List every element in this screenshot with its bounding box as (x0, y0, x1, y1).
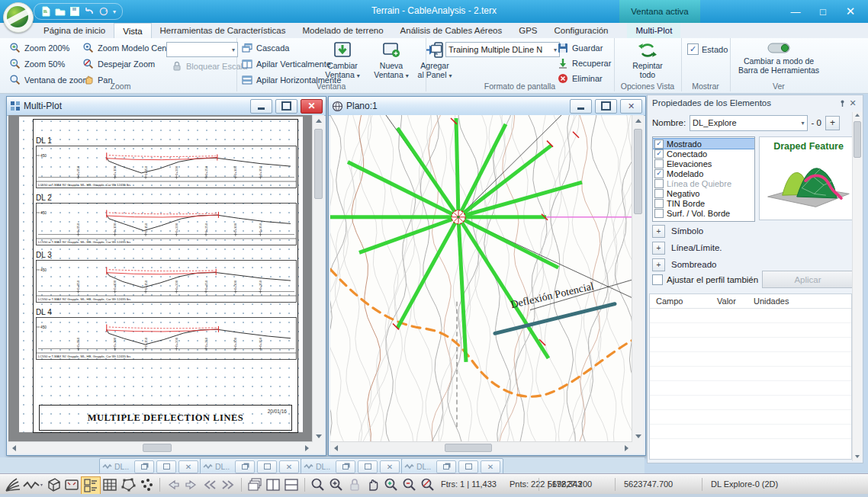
multiplot-view-icon[interactable] (81, 476, 101, 495)
expander-simbolo[interactable]: + Símbolo (652, 223, 855, 239)
restore-icon[interactable] (134, 460, 154, 473)
first-feature-icon[interactable] (201, 476, 219, 493)
minimized-window-dl4[interactable]: DL.. ✕ (401, 458, 503, 475)
zoom-in-tool-icon[interactable] (382, 476, 400, 493)
minimized-window-dl2[interactable]: DL.. ✕ (200, 458, 302, 475)
close-icon[interactable]: ✕ (380, 460, 400, 473)
zoom-lock-tool-icon[interactable] (346, 476, 364, 493)
tab-gps[interactable]: GPS (510, 23, 545, 38)
apply-button[interactable]: Aplicar (762, 271, 854, 288)
restore-icon[interactable] (235, 460, 255, 473)
format-recall-button[interactable]: Recuperar (555, 56, 612, 70)
scroll-up-icon[interactable] (853, 111, 862, 120)
scroll-down-icon[interactable] (853, 452, 862, 461)
zoom-200-button[interactable]: + Zoom 200% (8, 41, 92, 55)
format-save-button[interactable]: Guardar (555, 41, 612, 55)
plano-close-button[interactable]: ✕ (620, 99, 642, 114)
app-minimize-button[interactable]: — (783, 3, 809, 20)
scroll-right-icon[interactable] (301, 442, 313, 454)
tab-herramientas[interactable]: Herramientas de Características (152, 23, 294, 38)
restore-icon[interactable] (336, 460, 355, 473)
zoom-50-button[interactable]: - Zoom 50% (8, 57, 92, 71)
scroll-up-icon[interactable] (313, 115, 324, 127)
multiplot-vscrollbar[interactable] (312, 115, 324, 454)
map-canvas[interactable]: Deflexión Potencial (330, 115, 644, 454)
expander-linea-limite[interactable]: + Línea/Límite. (652, 240, 855, 255)
flag-tin-borde[interactable]: TIN Borde (653, 198, 754, 208)
element-name-combo[interactable]: DL_Explore▾ (690, 115, 807, 131)
zoom-window-tool-icon[interactable] (309, 476, 327, 493)
flag-modelado[interactable]: ✓Modelado (653, 168, 754, 178)
scroll-left-icon[interactable] (8, 442, 20, 454)
panel-close-icon[interactable]: ✕ (847, 98, 858, 108)
scale-combo[interactable]: ▾ (166, 42, 238, 57)
multiplot-hscrollbar[interactable] (8, 441, 313, 454)
tab-vista[interactable]: Vista (114, 23, 151, 38)
zoom-out-tool-icon[interactable] (400, 476, 419, 493)
close-icon[interactable]: ✕ (279, 460, 299, 473)
multiplot-restore-button[interactable] (275, 99, 297, 114)
last-feature-icon[interactable] (219, 476, 237, 493)
multiplot-minimize-button[interactable] (250, 99, 272, 114)
multiplot-close-button[interactable]: ✕ (301, 99, 323, 114)
multiplot-canvas[interactable]: DL 10+0500+1000+1500+2000+2500+3000+3504… (8, 115, 324, 454)
tab-multi-plot[interactable]: Multi-Plot (627, 23, 680, 38)
app-maximize-button[interactable]: □ (810, 3, 836, 20)
table-grid-icon[interactable] (101, 476, 119, 493)
minimized-window-dl3[interactable]: DL.. ✕ (301, 458, 403, 475)
screen-format-combo[interactable]: Training Multiple DLine N▾ (445, 42, 560, 57)
tab-analisis-cables[interactable]: Análisis de Cables Aéreos (392, 23, 511, 38)
scroll-up-icon[interactable] (632, 115, 644, 127)
maximize-icon[interactable] (257, 460, 277, 473)
tab-pagina-de-inicio[interactable]: Página de inicio (35, 23, 114, 38)
fan-lines-icon[interactable] (3, 476, 21, 493)
app-logo[interactable] (3, 2, 34, 33)
plano-vscrollbar[interactable] (632, 115, 644, 454)
add-element-button[interactable]: + (825, 116, 840, 130)
flag-conectado[interactable]: ✓Conectado (653, 149, 754, 159)
maximize-icon[interactable] (358, 460, 378, 473)
plano-hscrollbar[interactable] (330, 441, 632, 454)
maximize-icon[interactable] (156, 460, 176, 473)
plano-titlebar[interactable]: Plano:1 ✕ (329, 97, 645, 116)
repaint-all-button[interactable]: Repintartodo (624, 41, 671, 82)
zoom-extents-tool-icon[interactable] (327, 476, 346, 493)
next-feature-icon[interactable] (182, 476, 201, 493)
toolbar-mode-button[interactable]: Cambiar a modo deBarra de Herramientas (736, 41, 821, 82)
flag-elevaciones[interactable]: Elevaciones (653, 159, 754, 168)
estado-checkbox[interactable]: ✓ Estado (686, 43, 729, 56)
switch-window-button[interactable]: CambiarVentana ▾ (319, 41, 366, 82)
app-close-button[interactable]: ✕ (837, 3, 863, 20)
close-icon[interactable]: ✕ (481, 460, 500, 473)
multiplot-titlebar[interactable]: Multi-Plot ✕ (7, 97, 326, 116)
flag-mostrado[interactable]: ✓Mostrado (653, 139, 754, 149)
scroll-left-icon[interactable] (330, 442, 342, 454)
scroll-right-icon[interactable] (621, 442, 632, 454)
new-window-button[interactable]: NuevaVentana ▾ (368, 41, 415, 82)
expand-plus-icon[interactable]: + (652, 258, 665, 271)
flag-surf-vol-borde[interactable]: Surf. / Vol. Borde (653, 208, 754, 218)
cascade-windows-icon[interactable] (246, 476, 264, 493)
cube-3d-icon[interactable] (44, 476, 63, 493)
scroll-down-icon[interactable] (313, 431, 324, 442)
restore-icon[interactable] (436, 460, 456, 473)
tab-modelado[interactable]: Modelado de terreno (294, 23, 391, 38)
polygon-select-icon[interactable] (119, 476, 137, 493)
plano-restore-button[interactable] (595, 99, 617, 114)
tile-horizontal-windows-icon[interactable] (282, 476, 301, 493)
plano-minimize-button[interactable] (570, 99, 592, 114)
pan-tool-icon[interactable] (364, 476, 382, 493)
points-icon[interactable] (137, 476, 156, 493)
panel-vscrollbar[interactable] (852, 112, 862, 461)
flag-negativo[interactable]: Negativo (653, 188, 754, 198)
tile-vertical-windows-icon[interactable] (264, 476, 282, 493)
expand-plus-icon[interactable]: + (652, 225, 665, 238)
plan-view-icon[interactable] (63, 476, 81, 493)
zoom-clear-tool-icon[interactable] (419, 476, 437, 493)
expander-sombreado[interactable]: + Sombreado (652, 257, 855, 272)
prev-feature-icon[interactable] (164, 476, 182, 493)
profile-line-icon[interactable] (21, 476, 44, 493)
expand-plus-icon[interactable]: + (652, 242, 665, 255)
maximize-icon[interactable] (458, 460, 478, 473)
scroll-down-icon[interactable] (632, 431, 644, 442)
